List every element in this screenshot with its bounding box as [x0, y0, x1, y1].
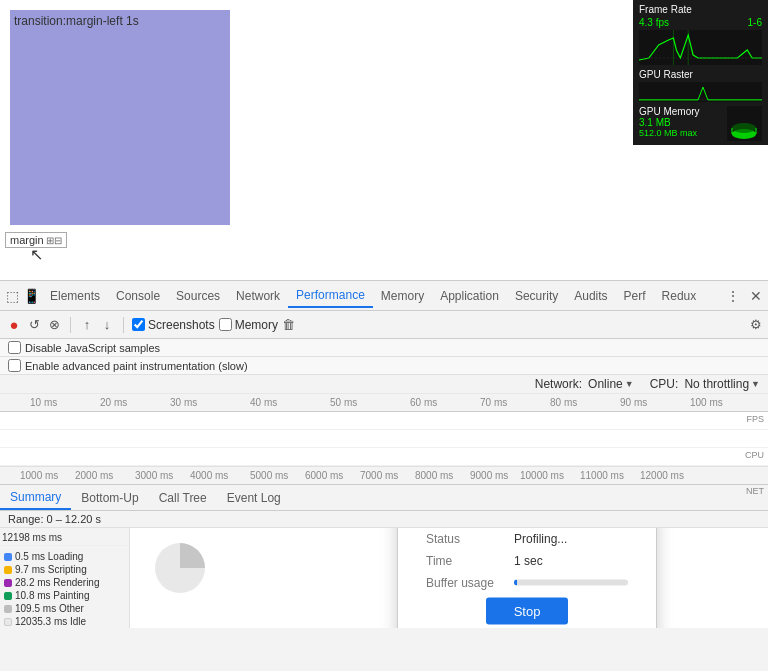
disable-js-label[interactable]: Disable JavaScript samples [8, 341, 760, 354]
net-strip-label: NET [746, 486, 764, 496]
cpu-dropdown[interactable]: CPU: No throttling ▼ [650, 377, 760, 391]
close-devtools-icon[interactable]: ✕ [748, 286, 764, 306]
bottom-tab-summary[interactable]: Summary [0, 486, 71, 510]
tab-elements[interactable]: Elements [42, 285, 108, 307]
bottom-tab-call-tree[interactable]: Call Tree [149, 487, 217, 509]
tab-security[interactable]: Security [507, 285, 566, 307]
disable-js-row: Disable JavaScript samples [0, 339, 768, 357]
summary-right-panel: Status Profiling... Time 1 sec Buffer us… [130, 528, 768, 628]
memory-checkbox-label[interactable]: Memory [219, 318, 278, 332]
tab-sources[interactable]: Sources [168, 285, 228, 307]
painting-dot [4, 592, 12, 600]
loading-dot [4, 553, 12, 561]
range-display: Range: 0 – 12.20 s [0, 511, 768, 528]
network-cpu-row: Network: Online ▼ CPU: No throttling ▼ [0, 375, 768, 394]
fps-strip: FPS [0, 412, 768, 430]
mobile-icon[interactable]: 📱 [21, 286, 42, 306]
tab-performance[interactable]: Performance [288, 284, 373, 308]
gpu-memory-value1: 3.1 MB [639, 117, 723, 128]
save-profile-button[interactable]: ↓ [99, 317, 115, 333]
buffer-label: Buffer usage [426, 576, 506, 590]
time-row: Time 1 sec [426, 554, 628, 568]
tab-perf[interactable]: Perf [616, 285, 654, 307]
network-dropdown-arrow: ▼ [625, 379, 634, 389]
loading-entry: 0.5 ms Loading [2, 550, 127, 563]
fps-label: 4.3 fps [639, 17, 669, 28]
load-profile-button[interactable]: ↑ [79, 317, 95, 333]
other-dot [4, 605, 12, 613]
svg-point-5 [732, 123, 756, 133]
time-value: 1 sec [514, 554, 543, 568]
scripting-dot [4, 566, 12, 574]
disable-js-checkbox[interactable] [8, 341, 21, 354]
gpu-memory-value2: 512.0 MB max [639, 128, 723, 138]
screenshots-checkbox-label[interactable]: Screenshots [132, 318, 215, 332]
idle-entry: 12035.3 ms Idle [2, 615, 127, 628]
animated-box [10, 10, 230, 225]
rendering-dot [4, 579, 12, 587]
enable-advanced-paint-label[interactable]: Enable advanced paint instrumentation (s… [8, 359, 760, 372]
clear-button[interactable]: ⊗ [46, 317, 62, 333]
devtools-panel: ⬚ 📱 Elements Console Sources Network Per… [0, 280, 768, 671]
idle-dot [4, 618, 12, 626]
gpu-memory-graph [727, 106, 762, 141]
bottom-tab-event-log[interactable]: Event Log [217, 487, 291, 509]
frame-rate-overlay: Frame Rate 4.3 fps 1-6 GPU Raster [633, 0, 768, 145]
more-tabs-icon[interactable]: ⋮ [724, 286, 742, 306]
frame-rate-title: Frame Rate [639, 4, 762, 15]
painting-entry: 10.8 ms Painting [2, 589, 127, 602]
total-time-label: 12198 ms ms [2, 530, 127, 546]
performance-toolbar: ● ↺ ⊗ ↑ ↓ Screenshots Memory 🗑 ⚙ [0, 311, 768, 339]
tab-audits[interactable]: Audits [566, 285, 615, 307]
buffer-progress-container [514, 580, 628, 586]
cpu-dropdown-arrow: ▼ [751, 379, 760, 389]
cpu-strip: CPU [0, 430, 768, 448]
time-label: Time [426, 554, 506, 568]
fps-strip-label: FPS [746, 414, 764, 424]
metric-strips: FPS CPU NET [0, 412, 768, 467]
cursor: ↖ [30, 245, 43, 264]
enable-advanced-paint-row: Enable advanced paint instrumentation (s… [0, 357, 768, 375]
transition-label: transition:margin-left 1s [14, 14, 139, 28]
bottom-tab-bottom-up[interactable]: Bottom-Up [71, 487, 148, 509]
inspect-icon[interactable]: ⬚ [4, 286, 21, 306]
devtools-tabs-bar: ⬚ 📱 Elements Console Sources Network Per… [0, 281, 768, 311]
net-strip: NET [0, 448, 768, 466]
gpu-memory-title: GPU Memory [639, 106, 723, 117]
memory-checkbox[interactable] [219, 318, 232, 331]
tab-console[interactable]: Console [108, 285, 168, 307]
other-entry: 109.5 ms Other [2, 602, 127, 615]
buffer-progress-fill [514, 580, 517, 586]
tab-memory[interactable]: Memory [373, 285, 432, 307]
gpu-raster-title: GPU Raster [639, 69, 762, 80]
separator-2 [123, 317, 124, 333]
network-dropdown[interactable]: Network: Online ▼ [535, 377, 634, 391]
profiling-dialog: Status Profiling... Time 1 sec Buffer us… [397, 528, 657, 628]
timeline-ruler-bottom: 1000 ms 2000 ms 3000 ms 4000 ms 5000 ms … [0, 467, 768, 485]
stop-button[interactable]: Stop [486, 598, 569, 625]
trash-icon[interactable]: 🗑 [282, 317, 295, 332]
status-value: Profiling... [514, 532, 567, 546]
status-label: Status [426, 532, 506, 546]
enable-advanced-paint-checkbox[interactable] [8, 359, 21, 372]
summary-left-panel: 12198 ms ms 0.5 ms Loading 9.7 ms Script… [0, 528, 130, 628]
buffer-row: Buffer usage [426, 576, 628, 590]
fps-graph [639, 30, 762, 65]
tab-application[interactable]: Application [432, 285, 507, 307]
rendering-entry: 28.2 ms Rendering [2, 576, 127, 589]
bottom-tabs-bar: Summary Bottom-Up Call Tree Event Log [0, 485, 768, 511]
timeline-ruler-top: 10 ms 20 ms 30 ms 40 ms 50 ms 60 ms 70 m… [0, 394, 768, 412]
settings-icon[interactable]: ⚙ [750, 317, 762, 332]
status-row: Status Profiling... [426, 532, 628, 546]
pie-chart [150, 538, 210, 598]
separator-1 [70, 317, 71, 333]
main-content-area: 12198 ms ms 0.5 ms Loading 9.7 ms Script… [0, 528, 768, 628]
record-button[interactable]: ● [6, 317, 22, 333]
screenshots-checkbox[interactable] [132, 318, 145, 331]
browser-viewport: transition:margin-left 1s margin ⊞⊟ ↖ Fr… [0, 0, 768, 280]
tab-network[interactable]: Network [228, 285, 288, 307]
devtools-extra-icons: ⋮ ✕ [724, 286, 764, 306]
reload-record-button[interactable]: ↺ [26, 317, 42, 333]
tab-redux[interactable]: Redux [654, 285, 705, 307]
fps-value-right: 1-6 [748, 17, 762, 28]
